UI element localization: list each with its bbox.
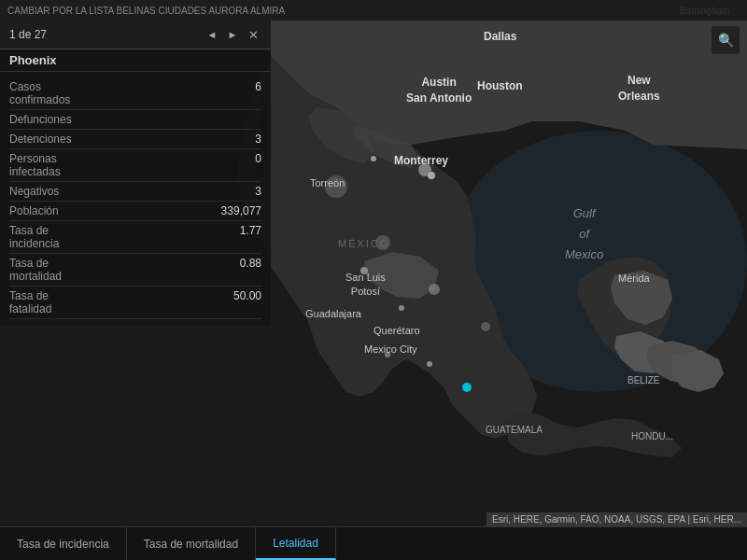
panel-data: Casosconfirmados 6 Defunciones Detencion…: [0, 72, 271, 325]
header-bar: CAMBIAR POR LA LISTA BELINAS CIUDADES AU…: [0, 0, 747, 21]
value-fatalidad: 50.00: [187, 289, 261, 315]
attribution: Esri, HERE, Garmin, FAO, NOAA, USGS, EPA…: [486, 512, 747, 526]
value-poblacion: 339,077: [187, 204, 261, 217]
value-personas: 0: [187, 152, 261, 178]
bottom-tabs: Tasa de incidencia Tasa de mortalidad Le…: [0, 526, 747, 560]
label-incidencia: Tasa deincidencia: [9, 224, 187, 250]
value-detenciones: 3: [187, 133, 261, 146]
data-row-negativos: Negativos 3: [9, 182, 261, 202]
label-poblacion: Población: [9, 204, 187, 217]
data-row-poblacion: Población 339,077: [9, 202, 261, 221]
attribution-text: Esri, HERE, Garmin, FAO, NOAA, USGS, EPA…: [492, 514, 741, 525]
svg-point-8: [481, 322, 490, 331]
label-mortalidad: Tasa demortalidad: [9, 257, 187, 283]
label-personas: Personasinfectadas: [9, 152, 187, 178]
prev-arrow[interactable]: ◄: [204, 26, 220, 43]
svg-point-11: [399, 305, 404, 311]
tab-tasa-incidencia[interactable]: Tasa de incidencia: [0, 527, 127, 560]
label-negativos: Negativos: [9, 185, 187, 198]
data-row-incidencia: Tasa deincidencia 1.77: [9, 221, 261, 254]
panel-title: Phoenix: [0, 49, 271, 72]
search-icon: 🔍: [718, 33, 734, 48]
svg-point-6: [375, 235, 390, 250]
next-arrow[interactable]: ►: [224, 26, 241, 43]
tab-tasa-mortalidad-label: Tasa de mortalidad: [144, 538, 238, 551]
label-detenciones: Detenciones: [9, 133, 187, 146]
header-text: CAMBIAR POR LA LISTA BELINAS CIUDADES AU…: [7, 6, 285, 16]
svg-point-9: [371, 156, 376, 161]
close-button[interactable]: ✕: [245, 26, 261, 43]
data-row-casos: Casosconfirmados 6: [9, 77, 261, 110]
label-fatalidad: Tasa defatalidad: [9, 289, 187, 315]
tab-tasa-incidencia-label: Tasa de incidencia: [17, 538, 109, 551]
data-row-mortalidad: Tasa demortalidad 0.88: [9, 254, 261, 287]
svg-point-7: [429, 284, 440, 295]
svg-point-4: [428, 172, 435, 179]
value-casos: 6: [187, 80, 261, 106]
label-defunciones: Defunciones: [9, 113, 187, 126]
data-row-personas: Personasinfectadas 0: [9, 149, 261, 182]
data-row-detenciones: Detenciones 3: [9, 130, 261, 149]
tab-letalidad-label: Letalidad: [273, 537, 318, 550]
value-defunciones: [187, 113, 261, 126]
data-row-fatalidad: Tasa defatalidad 50.00: [9, 287, 261, 319]
svg-point-13: [427, 361, 432, 367]
nav-count: 1 de 27: [9, 28, 47, 41]
side-panel: 1 de 27 ◄ ► ✕ Phoenix Casosconfirmados 6…: [0, 21, 271, 325]
svg-point-10: [360, 267, 368, 274]
search-button[interactable]: 🔍: [712, 26, 740, 54]
value-incidencia: 1.77: [187, 224, 261, 250]
svg-point-12: [385, 352, 390, 357]
tab-letalidad[interactable]: Letalidad: [256, 527, 336, 560]
svg-point-5: [325, 175, 347, 198]
panel-title-bar: 1 de 27 ◄ ► ✕: [0, 21, 271, 49]
label-casos: Casosconfirmados: [9, 80, 187, 106]
tab-tasa-mortalidad[interactable]: Tasa de mortalidad: [127, 527, 256, 560]
value-negativos: 3: [187, 185, 261, 198]
data-row-defunciones: Defunciones: [9, 110, 261, 130]
value-mortalidad: 0.88: [187, 257, 261, 283]
svg-point-2: [462, 383, 472, 392]
panel-nav: 1 de 27: [9, 28, 47, 41]
